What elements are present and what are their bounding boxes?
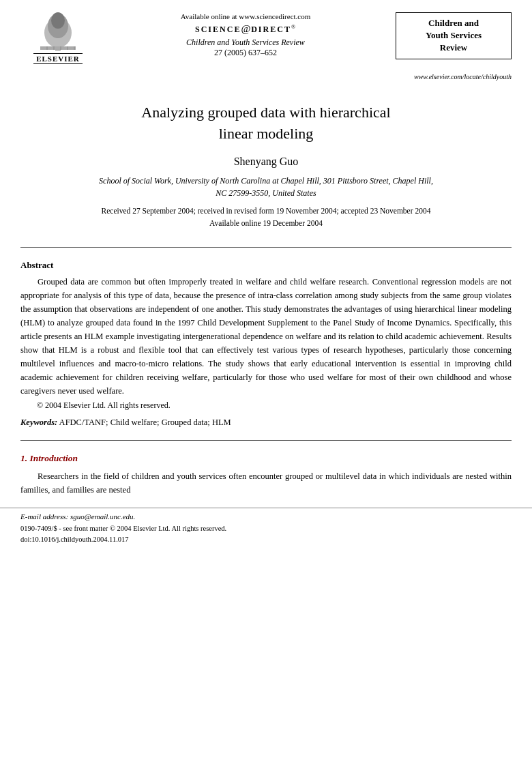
at-symbol: @ [241,23,251,34]
abstract-heading: Abstract [20,260,512,271]
dates: Received 27 September 2004; received in … [34,205,498,230]
reg-symbol: ® [291,24,296,30]
journal-issue: 27 (2005) 637–652 [102,48,389,58]
journal-box: Children and Youth Services Review [396,12,512,59]
svg-rect-4 [40,46,76,50]
svg-point-3 [51,12,65,29]
intro-heading: 1. Introduction [20,453,512,464]
available-online-text: Available online at www.sciencedirect.co… [102,12,389,20]
journal-name: Children and Youth Services Review [102,38,389,48]
author-name: Shenyang Guo [34,156,498,168]
divider-mid [20,440,512,441]
science-text: SCIENCE [195,25,241,34]
elsevier-logo-area: ELSEVIER [20,12,95,64]
elsevier-tree-icon [35,12,81,52]
direct-text: DIRECT [251,25,291,34]
abstract-text: Grouped data are common but often improp… [20,275,512,398]
elsevier-logo: ELSEVIER [20,12,95,64]
sciencedirect-logo: SCIENCE@DIRECT® [102,23,389,35]
copyright-text: © 2004 Elsevier Ltd. All rights reserved… [20,400,512,411]
header-center: Available online at www.sciencedirect.co… [95,12,396,58]
divider-top [20,247,512,248]
affiliation: School of Social Work, University of Nor… [34,175,498,199]
journal-box-title: Children and Youth Services Review [402,17,505,55]
page: ELSEVIER Available online at www.science… [0,0,532,773]
intro-text: Researchers in the field of children and… [20,469,512,497]
title-section: Analyzing grouped data with hierarchical… [0,82,532,240]
email-label: E-mail address: [20,512,68,521]
footer: E-mail address: sguo@email.unc.edu. 0190… [0,508,532,548]
keywords-values: AFDC/TANF; Child welfare; Grouped data; … [59,418,231,427]
footer-email: E-mail address: sguo@email.unc.edu. [20,512,512,521]
journal-website-area: www.elsevier.com/locate/childyouth [0,70,532,82]
elsevier-label: ELSEVIER [33,53,83,64]
footer-issn: 0190-7409/$ - see front matter © 2004 El… [20,523,512,534]
keywords-label: Keywords: [20,418,57,427]
introduction-section: 1. Introduction Researchers in the field… [0,448,532,501]
email-address: sguo@email.unc.edu. [70,512,135,521]
article-title: Analyzing grouped data with hierarchical… [34,102,498,145]
keywords: Keywords: AFDC/TANF; Child welfare; Grou… [20,416,512,429]
abstract-section: Abstract Grouped data are common but oft… [0,254,532,433]
header: ELSEVIER Available online at www.science… [0,0,532,70]
footer-doi: doi:10.1016/j.childyouth.2004.11.017 [20,534,512,545]
journal-website: www.elsevier.com/locate/childyouth [414,73,512,81]
